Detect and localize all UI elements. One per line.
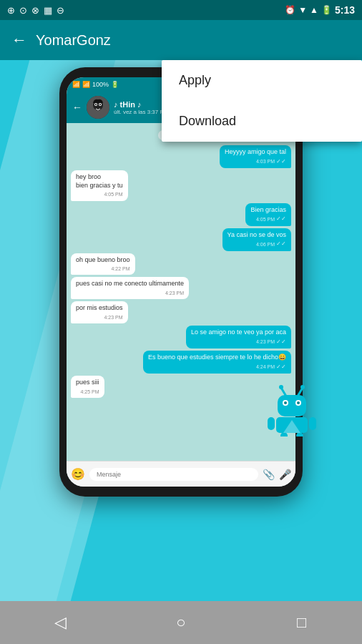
attach-button[interactable]: 📎 (263, 469, 275, 480)
svg-point-10 (297, 401, 300, 404)
message-3: Bien gracias 4:05 PM ✓✓ (245, 203, 291, 226)
signal-phone-icon: 📶 (82, 81, 90, 88)
message-10: pues siii 4:25 PM (71, 376, 104, 398)
chat-back-button[interactable]: ← (72, 102, 82, 113)
phone-status-left: 📶 📶 100% 🔋 (72, 81, 119, 88)
message-4: Ya casi no se de vos 4:06 PM ✓✓ (222, 228, 291, 251)
message-2: hey broo bien gracias y tu 4:05 PM (71, 170, 128, 200)
battery-phone: 100% (92, 81, 109, 88)
wifi-icon: ▼ (298, 5, 307, 15)
menu-icon: ▦ (44, 5, 52, 16)
message-6: pues casi no me conecto ultimamente 4:23… (71, 277, 189, 299)
charging-icon: 🔋 (111, 81, 119, 88)
message-1: Heyyyy amigo que tal 4:03 PM ✓✓ (220, 145, 291, 168)
svg-point-13 (279, 385, 283, 389)
svg-rect-16 (268, 417, 275, 430)
dropdown-menu: Apply Download (162, 60, 362, 142)
bottom-nav: ◁ ○ □ (0, 601, 362, 644)
alarm-right-icon: ⏰ (285, 5, 295, 15)
nav-back-button[interactable]: ◁ (46, 608, 74, 637)
message-5: oh que bueno broo 4:22 PM (71, 253, 135, 275)
mic-button[interactable]: 🎤 (279, 469, 291, 480)
svg-rect-6 (278, 395, 306, 416)
svg-rect-17 (309, 417, 316, 430)
emoji-button[interactable]: 😊 (71, 467, 85, 481)
svg-point-5 (99, 104, 101, 105)
app-title: YomarGonz (36, 32, 111, 49)
message-8: Lo se amigo no te veo ya por aca 4:23 PM… (186, 326, 291, 348)
nav-recent-button[interactable]: □ (288, 608, 316, 637)
svg-point-9 (284, 401, 287, 404)
message-7: por mis estudios 4:23 PM (71, 301, 128, 323)
wifi-phone-icon: 📶 (72, 81, 80, 88)
chat-messages: 24 de mayo Heyyyy amigo que tal 4:03 PM … (67, 123, 295, 461)
time-display: 5:13 (335, 4, 355, 16)
chat-avatar (87, 96, 109, 119)
settings-icon: ⊙ (19, 5, 27, 16)
app-bar: ← YomarGonz (0, 20, 362, 60)
chat-input-bar: 😊 📎 🎤 (67, 461, 295, 487)
status-icons-left: ⊕ ⊙ ⊗ ▦ ⊖ (7, 5, 64, 16)
phone-icon: ⊖ (57, 5, 64, 16)
apply-menu-item[interactable]: Apply (162, 60, 362, 101)
back-button[interactable]: ← (11, 31, 27, 49)
message-9: Es bueno que estudies siempre te lo he d… (143, 351, 291, 374)
download-menu-item[interactable]: Download (162, 101, 362, 142)
alarm-icon: ⊕ (7, 5, 15, 16)
nav-home-button[interactable]: ○ (167, 608, 195, 637)
message-input[interactable] (89, 468, 258, 481)
signal-icon: ▲ (310, 5, 318, 15)
status-bar: ⊕ ⊙ ⊗ ▦ ⊖ ⏰ ▼ ▲ 🔋 5:13 (0, 0, 362, 20)
spotify-icon: ⊗ (31, 5, 39, 16)
battery-icon: 🔋 (321, 5, 332, 15)
svg-point-14 (300, 385, 305, 389)
svg-point-4 (95, 104, 97, 105)
status-icons-right: ⏰ ▼ ▲ 🔋 5:13 (285, 4, 355, 16)
android-mascot (263, 379, 321, 439)
